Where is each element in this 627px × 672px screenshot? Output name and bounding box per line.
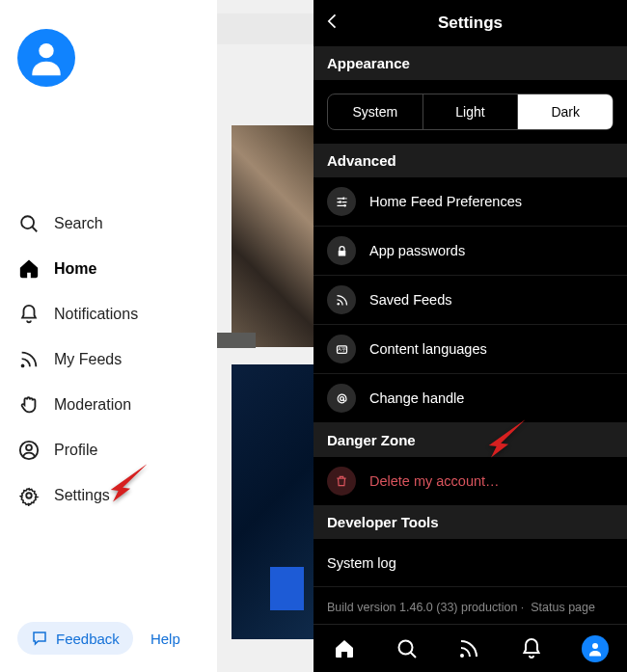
row-content-languages[interactable]: A字 Content languages	[314, 325, 627, 374]
sidebar-item-label: My Feeds	[54, 351, 122, 368]
sidebar-item-label: Notifications	[54, 306, 138, 323]
svg-point-1	[21, 216, 34, 228]
bottom-nav-search[interactable]	[395, 636, 420, 661]
sidebar-item-label: Profile	[54, 442, 97, 459]
sidebar-item-label: Settings	[54, 487, 110, 504]
help-link[interactable]: Help	[150, 631, 180, 647]
appearance-option-dark[interactable]: Dark	[518, 94, 613, 129]
svg-point-11	[337, 303, 340, 306]
section-appearance: Appearance	[314, 46, 627, 80]
back-button[interactable]	[323, 12, 342, 35]
build-version: Build version 1.46.0 (33) production ·	[327, 601, 524, 614]
svg-point-17	[460, 654, 464, 658]
bottom-nav	[314, 624, 627, 672]
satellite-icon	[327, 285, 356, 314]
search-icon	[395, 637, 419, 660]
sidebar-item-myfeeds[interactable]: My Feeds	[17, 348, 217, 371]
chat-icon	[31, 630, 48, 647]
syslog-label: System log	[327, 555, 396, 571]
appearance-segment: System Light Dark	[314, 80, 627, 144]
row-label: Home Feed Preferences	[369, 194, 522, 209]
svg-line-16	[410, 652, 416, 658]
row-label: App passwords	[369, 243, 465, 258]
at-icon	[327, 384, 356, 413]
sidebar-item-label: Search	[54, 215, 103, 232]
row-system-log[interactable]: System log	[314, 539, 627, 587]
home-icon	[17, 257, 41, 281]
section-advanced: Advanced	[314, 144, 627, 177]
feeds-icon	[17, 348, 41, 371]
sidebar: Search Home Notifications My Feeds Moder…	[0, 0, 217, 672]
gear-icon	[17, 484, 41, 507]
sidebar-item-label: Home	[54, 260, 96, 278]
avatar[interactable]	[17, 29, 75, 87]
delete-label: Delete my account…	[369, 473, 500, 489]
background-content	[217, 0, 314, 672]
sidebar-item-search[interactable]: Search	[17, 212, 217, 235]
svg-point-3	[21, 364, 25, 368]
svg-point-5	[26, 444, 32, 450]
svg-rect-10	[338, 250, 345, 255]
build-info: Build version 1.46.0 (33) production · S…	[314, 587, 627, 628]
svg-line-2	[32, 227, 37, 231]
person-icon	[586, 640, 604, 658]
row-app-passwords[interactable]: App passwords	[314, 227, 627, 276]
lock-icon	[327, 236, 356, 265]
feedback-button[interactable]: Feedback	[17, 622, 133, 655]
row-label: Content languages	[369, 341, 487, 357]
sidebar-item-settings[interactable]: Settings	[17, 484, 217, 507]
bottom-nav-home[interactable]	[332, 636, 357, 661]
svg-point-18	[592, 643, 598, 649]
feeds-icon	[457, 637, 480, 660]
svg-point-0	[39, 43, 53, 58]
home-icon	[333, 637, 356, 660]
row-change-handle[interactable]: Change handle	[314, 374, 627, 423]
appearance-option-light[interactable]: Light	[423, 94, 519, 129]
sidebar-bottom: Feedback Help	[17, 622, 180, 655]
bottom-nav-feeds[interactable]	[456, 636, 481, 661]
search-icon	[17, 212, 41, 235]
nav-list: Search Home Notifications My Feeds Moder…	[0, 212, 217, 507]
sidebar-item-notifications[interactable]: Notifications	[17, 303, 217, 326]
profile-icon	[17, 439, 41, 462]
person-icon	[25, 37, 68, 79]
status-page-link[interactable]: Status page	[531, 601, 595, 614]
row-label: Change handle	[369, 390, 464, 406]
section-dev: Developer Tools	[314, 505, 627, 539]
section-danger: Danger Zone	[314, 423, 627, 457]
bell-icon	[520, 637, 543, 660]
svg-point-9	[343, 204, 346, 207]
settings-panel: Settings Appearance System Light Dark Ad…	[314, 0, 627, 672]
row-delete-account[interactable]: Delete my account…	[314, 457, 627, 505]
sidebar-item-home[interactable]: Home	[17, 257, 217, 281]
svg-point-6	[26, 493, 32, 498]
svg-point-7	[342, 197, 345, 200]
feedback-label: Feedback	[56, 631, 120, 647]
row-label: Saved Feeds	[369, 292, 451, 308]
settings-header: Settings	[314, 0, 627, 46]
chevron-left-icon	[323, 12, 342, 31]
row-saved-feeds[interactable]: Saved Feeds	[314, 276, 627, 325]
sidebar-item-moderation[interactable]: Moderation	[17, 393, 217, 417]
sidebar-item-label: Moderation	[54, 396, 131, 414]
sliders-icon	[327, 187, 356, 216]
language-icon: A字	[327, 335, 356, 363]
sidebar-item-profile[interactable]: Profile	[17, 439, 217, 462]
bell-icon	[17, 303, 41, 326]
settings-title: Settings	[438, 13, 503, 33]
svg-point-8	[339, 201, 341, 203]
svg-point-15	[398, 640, 412, 654]
row-home-feed-prefs[interactable]: Home Feed Preferences	[314, 177, 627, 227]
bottom-nav-notifications[interactable]	[519, 636, 544, 661]
appearance-option-system[interactable]: System	[328, 94, 423, 129]
hand-icon	[17, 393, 41, 417]
trash-icon	[327, 467, 356, 496]
svg-text:A字: A字	[338, 346, 345, 352]
bottom-nav-profile[interactable]	[582, 635, 609, 662]
